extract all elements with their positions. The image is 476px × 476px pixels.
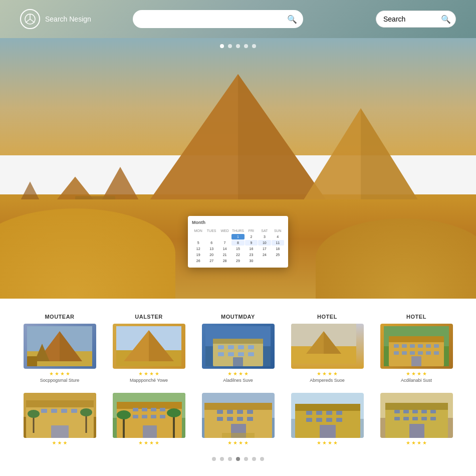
cal-day-9[interactable]: 9 (245, 240, 258, 246)
svg-rect-104 (295, 404, 360, 411)
cal-day-28[interactable]: 28 (218, 258, 231, 264)
cal-day-3[interactable]: 3 (258, 234, 271, 240)
svg-rect-107 (326, 411, 332, 415)
svg-rect-109 (306, 418, 312, 422)
svg-point-75 (117, 410, 131, 419)
star-r2-5-4 (423, 441, 427, 445)
logo-area: Search Nesign (20, 9, 91, 29)
cal-day-27[interactable]: 27 (205, 258, 217, 264)
star-3-1 (228, 372, 232, 376)
cal-day-29[interactable]: 29 (231, 258, 244, 264)
svg-rect-97 (237, 417, 243, 421)
calendar-widget: Month MON TUES WED THURS FRI SAT SUN 1 2… (188, 216, 288, 268)
secondary-search-button[interactable]: 🔍 (441, 15, 451, 24)
bottom-dot-1[interactable] (212, 457, 216, 461)
star-r2-1-2 (58, 441, 62, 445)
svg-rect-96 (227, 417, 233, 421)
svg-rect-81 (160, 408, 165, 411)
hero-dot-4[interactable] (244, 44, 248, 48)
cal-day-14[interactable]: 14 (218, 246, 231, 252)
svg-rect-33 (238, 352, 244, 356)
cal-day-21[interactable]: 21 (218, 252, 231, 258)
cal-day-13[interactable]: 13 (205, 246, 217, 252)
hero-dot-3[interactable] (236, 44, 240, 48)
bottom-section: MOUTEAR Socppogsmal Sture (0, 299, 476, 476)
star-4-1 (317, 372, 321, 376)
listing-stars-2-2 (139, 441, 159, 445)
cal-day-25[interactable]: 25 (272, 252, 284, 258)
star-4-2 (323, 372, 327, 376)
listing-img-2-4[interactable] (291, 393, 364, 438)
listing-img-2-1[interactable] (24, 393, 96, 438)
cal-day-26[interactable]: 26 (192, 258, 204, 264)
svg-rect-105 (306, 411, 312, 415)
hero-dot-1[interactable] (220, 44, 224, 48)
bottom-dot-2[interactable] (220, 457, 224, 461)
cal-day-16[interactable]: 16 (245, 246, 258, 252)
bottom-dot-6[interactable] (252, 457, 256, 461)
cal-day-5[interactable]: 5 (192, 240, 204, 246)
cal-day-30[interactable]: 30 (245, 258, 258, 264)
cal-day-8[interactable]: 8 (231, 240, 244, 246)
listing-item-4: HOTEL Abmpereds Suoe (288, 314, 367, 383)
listing-img-2[interactable] (113, 324, 185, 369)
cal-day-24[interactable]: 24 (258, 252, 271, 258)
bottom-dot-3[interactable] (228, 457, 232, 461)
svg-rect-46 (410, 344, 415, 348)
secondary-search-wrapper: 🔍 (376, 11, 456, 28)
brand-name: Search Nesign (45, 15, 91, 23)
secondary-search-area: 🔍 (376, 11, 456, 28)
listing-img-2-2[interactable] (113, 393, 185, 438)
star-5-1 (406, 372, 410, 376)
listing-img-4-svg (291, 324, 356, 364)
svg-point-62 (28, 410, 40, 418)
bottom-dot-5[interactable] (244, 457, 248, 461)
listing-stars-2-4 (317, 441, 338, 445)
hero-dot-2[interactable] (228, 44, 232, 48)
cal-day-4[interactable]: 4 (272, 234, 284, 240)
hero-dot-5[interactable] (252, 44, 256, 48)
logo-circle (20, 9, 40, 29)
listing-item-5: HOTEL (377, 314, 456, 383)
cal-day-7[interactable]: 7 (218, 240, 231, 246)
cal-day-20[interactable]: 20 (205, 252, 217, 258)
star-r2-1-1 (52, 441, 56, 445)
calendar-grid: MON TUES WED THURS FRI SAT SUN 1 2 3 4 5… (192, 228, 284, 264)
listing-img-1[interactable] (24, 324, 96, 369)
cal-day-6[interactable]: 6 (205, 240, 217, 246)
cal-day-22[interactable]: 22 (231, 252, 244, 258)
cal-day-12[interactable]: 12 (192, 246, 204, 252)
star-r2-4-4 (334, 441, 338, 445)
cal-day-19[interactable]: 19 (192, 252, 204, 258)
svg-rect-45 (402, 344, 407, 348)
star-r2-3-3 (239, 441, 243, 445)
cal-day-18[interactable]: 18 (272, 246, 284, 252)
cal-header-mon: MON (192, 228, 204, 233)
main-search-input[interactable] (133, 10, 303, 28)
listing-item-1: MOUTEAR Socppogsmal Sture (20, 314, 99, 383)
bottom-dot-7[interactable] (260, 457, 264, 461)
cal-day-11[interactable]: 11 (272, 240, 284, 246)
svg-rect-53 (418, 351, 423, 355)
main-search-button[interactable]: 🔍 (287, 15, 297, 24)
svg-rect-82 (133, 415, 138, 418)
svg-rect-30 (248, 345, 254, 349)
cal-day-1[interactable]: 1 (231, 234, 244, 240)
cal-day-15[interactable]: 15 (231, 246, 244, 252)
cal-day-10[interactable]: 10 (258, 240, 271, 246)
star-5-4 (423, 372, 427, 376)
cal-day-23[interactable]: 23 (245, 252, 258, 258)
listing-img-4[interactable] (291, 324, 364, 369)
listing-img-5[interactable] (380, 324, 453, 369)
star-1-1 (50, 372, 54, 376)
svg-rect-84 (151, 415, 156, 418)
listing-img-2-3[interactable] (202, 393, 275, 438)
cal-day-2[interactable]: 2 (245, 234, 258, 240)
svg-rect-67 (61, 409, 67, 413)
listing-img-3[interactable] (202, 324, 275, 369)
listing-img-2-5[interactable] (380, 393, 453, 438)
bottom-dot-4[interactable] (236, 457, 240, 461)
cal-day-17[interactable]: 17 (258, 246, 271, 252)
svg-line-3 (30, 19, 35, 23)
listing-item-2-4 (288, 393, 367, 447)
